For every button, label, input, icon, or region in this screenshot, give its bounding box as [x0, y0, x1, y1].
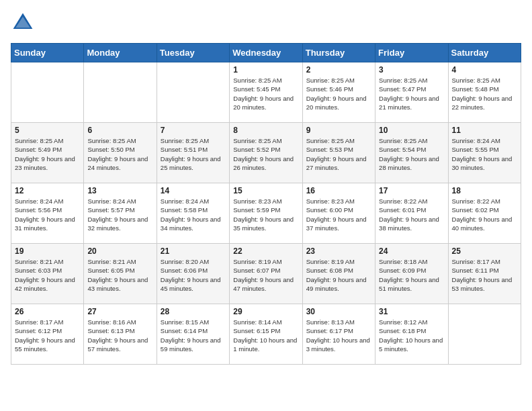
calendar-cell: 7Sunrise: 8:25 AM Sunset: 5:51 PM Daylig… — [157, 123, 229, 183]
calendar-cell: 17Sunrise: 8:22 AM Sunset: 6:01 PM Dayli… — [375, 183, 448, 244]
day-number: 4 — [452, 65, 517, 75]
day-info: Sunrise: 8:17 AM Sunset: 6:12 PM Dayligh… — [15, 318, 80, 353]
calendar-week-row: 5Sunrise: 8:25 AM Sunset: 5:49 PM Daylig… — [11, 123, 521, 183]
day-number: 21 — [161, 246, 226, 256]
calendar-cell: 11Sunrise: 8:24 AM Sunset: 5:55 PM Dayli… — [448, 123, 521, 183]
weekday-header: Friday — [375, 44, 448, 62]
day-info: Sunrise: 8:25 AM Sunset: 5:53 PM Dayligh… — [306, 136, 371, 172]
calendar-cell: 30Sunrise: 8:13 AM Sunset: 6:17 PM Dayli… — [302, 304, 375, 365]
calendar-cell: 23Sunrise: 8:19 AM Sunset: 6:08 PM Dayli… — [302, 244, 375, 304]
day-info: Sunrise: 8:15 AM Sunset: 6:14 PM Dayligh… — [161, 318, 226, 353]
calendar-cell: 2Sunrise: 8:25 AM Sunset: 5:46 PM Daylig… — [302, 62, 375, 123]
day-number: 1 — [233, 65, 298, 75]
day-info: Sunrise: 8:19 AM Sunset: 6:08 PM Dayligh… — [306, 257, 371, 293]
calendar-cell: 8Sunrise: 8:25 AM Sunset: 5:52 PM Daylig… — [230, 123, 302, 183]
day-info: Sunrise: 8:25 AM Sunset: 5:48 PM Dayligh… — [452, 76, 517, 111]
day-info: Sunrise: 8:25 AM Sunset: 5:47 PM Dayligh… — [379, 76, 444, 111]
day-number: 28 — [161, 307, 226, 316]
calendar-cell: 15Sunrise: 8:23 AM Sunset: 5:59 PM Dayli… — [230, 183, 302, 244]
day-info: Sunrise: 8:25 AM Sunset: 5:45 PM Dayligh… — [233, 76, 298, 111]
calendar-cell: 21Sunrise: 8:20 AM Sunset: 6:06 PM Dayli… — [157, 244, 229, 304]
calendar-cell: 3Sunrise: 8:25 AM Sunset: 5:47 PM Daylig… — [375, 62, 448, 123]
day-number: 3 — [379, 65, 444, 75]
calendar-cell: 22Sunrise: 8:19 AM Sunset: 6:07 PM Dayli… — [230, 244, 302, 304]
day-info: Sunrise: 8:23 AM Sunset: 5:59 PM Dayligh… — [233, 197, 298, 232]
calendar-cell — [448, 304, 521, 365]
day-number: 24 — [379, 246, 444, 256]
day-info: Sunrise: 8:23 AM Sunset: 6:00 PM Dayligh… — [306, 197, 371, 232]
calendar-week-row: 12Sunrise: 8:24 AM Sunset: 5:56 PM Dayli… — [11, 183, 521, 244]
weekday-header: Wednesday — [230, 44, 302, 62]
day-number: 10 — [379, 126, 444, 135]
day-number: 12 — [15, 186, 80, 195]
day-info: Sunrise: 8:14 AM Sunset: 6:15 PM Dayligh… — [233, 318, 298, 353]
day-number: 14 — [161, 186, 226, 195]
day-info: Sunrise: 8:25 AM Sunset: 5:54 PM Dayligh… — [379, 136, 444, 172]
day-info: Sunrise: 8:25 AM Sunset: 5:50 PM Dayligh… — [87, 136, 152, 172]
calendar-week-row: 26Sunrise: 8:17 AM Sunset: 6:12 PM Dayli… — [11, 304, 521, 365]
day-number: 25 — [452, 246, 517, 256]
day-number: 27 — [87, 307, 152, 316]
day-info: Sunrise: 8:25 AM Sunset: 5:52 PM Dayligh… — [233, 136, 298, 172]
day-number: 7 — [161, 126, 226, 135]
page-header — [11, 11, 521, 35]
day-number: 17 — [379, 186, 444, 195]
calendar-cell: 13Sunrise: 8:24 AM Sunset: 5:57 PM Dayli… — [84, 183, 157, 244]
day-number: 9 — [306, 126, 371, 135]
calendar-week-row: 19Sunrise: 8:21 AM Sunset: 6:03 PM Dayli… — [11, 244, 521, 304]
calendar-cell: 4Sunrise: 8:25 AM Sunset: 5:48 PM Daylig… — [448, 62, 521, 123]
calendar-cell: 26Sunrise: 8:17 AM Sunset: 6:12 PM Dayli… — [11, 304, 84, 365]
day-number: 18 — [452, 186, 517, 195]
calendar-cell: 27Sunrise: 8:16 AM Sunset: 6:13 PM Dayli… — [84, 304, 157, 365]
day-info: Sunrise: 8:19 AM Sunset: 6:07 PM Dayligh… — [233, 257, 298, 293]
day-number: 22 — [233, 246, 298, 256]
calendar-cell: 10Sunrise: 8:25 AM Sunset: 5:54 PM Dayli… — [375, 123, 448, 183]
calendar-cell: 5Sunrise: 8:25 AM Sunset: 5:49 PM Daylig… — [11, 123, 84, 183]
day-info: Sunrise: 8:25 AM Sunset: 5:49 PM Dayligh… — [15, 136, 80, 172]
calendar-cell: 12Sunrise: 8:24 AM Sunset: 5:56 PM Dayli… — [11, 183, 84, 244]
calendar-cell: 18Sunrise: 8:22 AM Sunset: 6:02 PM Dayli… — [448, 183, 521, 244]
calendar-cell: 19Sunrise: 8:21 AM Sunset: 6:03 PM Dayli… — [11, 244, 84, 304]
day-info: Sunrise: 8:12 AM Sunset: 6:18 PM Dayligh… — [379, 318, 444, 353]
day-info: Sunrise: 8:20 AM Sunset: 6:06 PM Dayligh… — [161, 257, 226, 293]
day-info: Sunrise: 8:25 AM Sunset: 5:46 PM Dayligh… — [306, 76, 371, 111]
calendar-cell: 28Sunrise: 8:15 AM Sunset: 6:14 PM Dayli… — [157, 304, 229, 365]
day-number: 8 — [233, 126, 298, 135]
weekday-header-row: SundayMondayTuesdayWednesdayThursdayFrid… — [11, 44, 521, 62]
day-info: Sunrise: 8:25 AM Sunset: 5:51 PM Dayligh… — [161, 136, 226, 172]
day-number: 23 — [306, 246, 371, 256]
day-number: 30 — [306, 307, 371, 316]
calendar-cell: 6Sunrise: 8:25 AM Sunset: 5:50 PM Daylig… — [84, 123, 157, 183]
day-info: Sunrise: 8:24 AM Sunset: 5:55 PM Dayligh… — [452, 136, 517, 172]
calendar-cell: 29Sunrise: 8:14 AM Sunset: 6:15 PM Dayli… — [230, 304, 302, 365]
day-number: 19 — [15, 246, 80, 256]
day-info: Sunrise: 8:18 AM Sunset: 6:09 PM Dayligh… — [379, 257, 444, 293]
day-number: 26 — [15, 307, 80, 316]
calendar-cell — [157, 62, 229, 123]
day-info: Sunrise: 8:24 AM Sunset: 5:57 PM Dayligh… — [87, 197, 152, 232]
day-number: 16 — [306, 186, 371, 195]
logo-icon — [11, 11, 35, 35]
weekday-header: Thursday — [302, 44, 375, 62]
day-number: 13 — [87, 186, 152, 195]
day-info: Sunrise: 8:17 AM Sunset: 6:11 PM Dayligh… — [452, 257, 517, 293]
day-info: Sunrise: 8:24 AM Sunset: 5:58 PM Dayligh… — [161, 197, 226, 232]
day-info: Sunrise: 8:16 AM Sunset: 6:13 PM Dayligh… — [87, 318, 152, 353]
weekday-header: Sunday — [11, 44, 84, 62]
day-info: Sunrise: 8:21 AM Sunset: 6:03 PM Dayligh… — [15, 257, 80, 293]
calendar-cell — [11, 62, 84, 123]
day-number: 11 — [452, 126, 517, 135]
day-info: Sunrise: 8:21 AM Sunset: 6:05 PM Dayligh… — [87, 257, 152, 293]
calendar-week-row: 1Sunrise: 8:25 AM Sunset: 5:45 PM Daylig… — [11, 62, 521, 123]
day-number: 29 — [233, 307, 298, 316]
day-number: 20 — [87, 246, 152, 256]
calendar-cell: 16Sunrise: 8:23 AM Sunset: 6:00 PM Dayli… — [302, 183, 375, 244]
day-number: 15 — [233, 186, 298, 195]
day-info: Sunrise: 8:22 AM Sunset: 6:02 PM Dayligh… — [452, 197, 517, 232]
calendar-cell: 24Sunrise: 8:18 AM Sunset: 6:09 PM Dayli… — [375, 244, 448, 304]
day-number: 6 — [87, 126, 152, 135]
day-info: Sunrise: 8:13 AM Sunset: 6:17 PM Dayligh… — [306, 318, 371, 353]
calendar-cell: 1Sunrise: 8:25 AM Sunset: 5:45 PM Daylig… — [230, 62, 302, 123]
day-number: 2 — [306, 65, 371, 75]
weekday-header: Monday — [84, 44, 157, 62]
